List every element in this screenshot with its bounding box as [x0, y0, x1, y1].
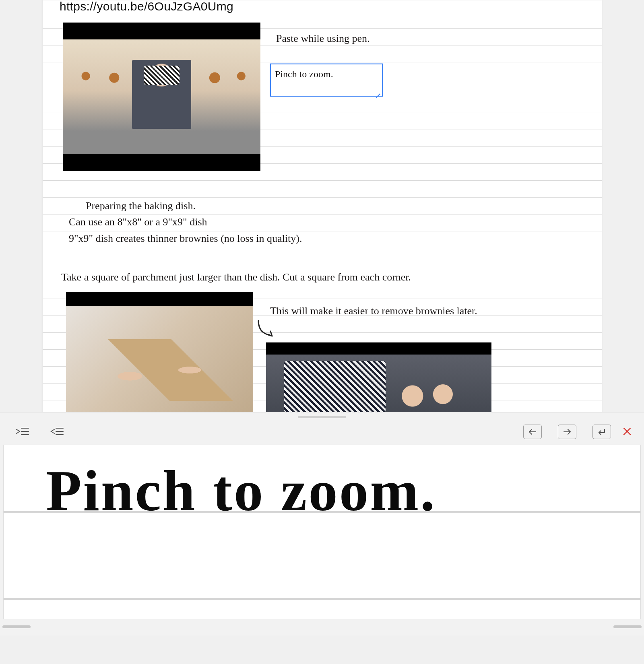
scroll-indicator-left: [2, 625, 31, 628]
prep-heading: Preparing the baking dish.: [86, 198, 302, 214]
apron-graphic: [284, 361, 386, 412]
handwriting-input-surface[interactable]: Pinch to zoom.: [3, 445, 641, 619]
video-thumbnail-parchment[interactable]: [66, 292, 253, 418]
return-button[interactable]: [592, 425, 611, 439]
video-frame: [63, 39, 260, 154]
remove-annotation: This will make it easier to remove brown…: [270, 303, 477, 319]
close-button[interactable]: [618, 425, 636, 438]
drag-handle-icon[interactable]: [298, 416, 346, 418]
prep-line-1: Can use an 8"x8" or a 9"x9" dish: [69, 214, 302, 230]
video-thumbnail-intro[interactable]: [63, 23, 260, 171]
hands-cutting-graphic: [85, 339, 235, 401]
previous-button[interactable]: [523, 425, 542, 439]
note-paste-while-pen: Paste while using pen.: [276, 31, 370, 47]
chef-figure: [132, 60, 191, 129]
guide-line: [4, 598, 640, 600]
zoom-writing-panel: Pinch to zoom.: [0, 412, 644, 635]
arrow-left-icon: [528, 428, 537, 436]
textbox-content: Pinch to zoom.: [275, 69, 333, 79]
video-thumbnail-pan[interactable]: [266, 342, 491, 419]
parchment-line: Take a square of parchment just larger t…: [61, 269, 411, 285]
indent-left-button[interactable]: [48, 425, 66, 438]
page-url: https://youtu.be/6OuJzGA0Umg: [60, 0, 233, 13]
indent-left-icon: [50, 426, 64, 437]
prep-line-2: 9"x9" dish creates thinner brownies (no …: [69, 231, 302, 247]
handwriting-preview: Pinch to zoom.: [46, 457, 436, 524]
return-icon: [597, 428, 606, 436]
indent-right-icon: [16, 426, 29, 437]
zoom-panel-toolbar: [0, 421, 644, 441]
resize-handle-icon[interactable]: [374, 88, 381, 95]
active-text-box[interactable]: Pinch to zoom.: [270, 64, 383, 97]
video-frame: [266, 355, 491, 419]
arrow-right-icon: [563, 428, 572, 436]
note-page[interactable]: https://youtu.be/6OuJzGA0Umg Paste while…: [42, 0, 602, 413]
hands-pan-graphic: [372, 378, 473, 414]
video-frame: [66, 306, 253, 418]
scroll-indicator-right: [613, 625, 642, 628]
prep-paragraph: Preparing the baking dish. Can use an 8"…: [69, 198, 302, 247]
close-icon: [622, 426, 632, 437]
indent-right-button[interactable]: [14, 425, 31, 438]
arrow-icon: [255, 318, 279, 342]
next-button[interactable]: [558, 425, 576, 439]
